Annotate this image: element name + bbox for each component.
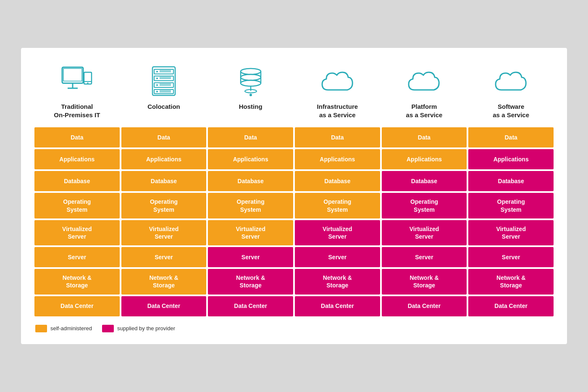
title-iaas: Infrastructureas a Service (317, 103, 358, 119)
header-colocation: Colocation (121, 61, 207, 126)
svg-point-30 (241, 80, 261, 86)
header-saas: Softwareas a Service (467, 61, 554, 126)
legend-color-self (35, 325, 47, 332)
cell-r1-c1: Applications (121, 149, 207, 169)
cell-r2-c0: Database (34, 171, 120, 191)
icon-colocation (149, 65, 178, 98)
cell-r7-c4: Data Center (382, 296, 467, 316)
svg-point-17 (156, 84, 158, 86)
icon-paas (406, 65, 442, 98)
icon-iaas (320, 65, 355, 98)
title-paas: Platformas a Service (406, 103, 443, 119)
cell-r3-c4: OperatingSystem (382, 193, 467, 218)
svg-point-27 (241, 74, 261, 80)
cell-r0-c4: Data (382, 127, 467, 147)
cell-r1-c5: Applications (468, 149, 554, 169)
header-iaas: Infrastructureas a Service (294, 61, 381, 126)
cell-r0-c3: Data (295, 127, 380, 147)
legend-label-self: self-administered (50, 325, 92, 331)
cell-r0-c5: Data (468, 127, 554, 147)
cell-r6-c5: Network &Storage (468, 269, 554, 294)
header-traditional: TraditionalOn-Premises IT (34, 61, 121, 126)
legend-self-administered: self-administered (35, 325, 92, 332)
title-hosting: Hosting (239, 103, 262, 111)
cell-r6-c1: Network &Storage (121, 269, 207, 294)
cell-r1-c3: Applications (295, 149, 380, 169)
cell-r1-c2: Applications (208, 149, 293, 169)
cell-r3-c5: OperatingSystem (468, 193, 554, 218)
cell-r4-c2: VirtualizedServer (208, 220, 293, 245)
svg-point-24 (241, 68, 261, 74)
cell-r5-c5: Server (468, 247, 554, 267)
cell-r0-c1: Data (121, 127, 207, 147)
cell-r2-c4: Database (382, 171, 467, 191)
cell-r5-c4: Server (382, 247, 467, 267)
comparison-grid: TraditionalOn-Premises IT Colocation (34, 61, 554, 317)
cell-r4-c5: VirtualizedServer (468, 220, 554, 245)
cell-r0-c2: Data (208, 127, 293, 147)
cell-r7-c5: Data Center (468, 296, 554, 316)
cell-r4-c4: VirtualizedServer (382, 220, 467, 245)
cell-r6-c2: Network &Storage (208, 269, 293, 294)
cell-r2-c5: Database (468, 171, 554, 191)
cell-r0-c0: Data (34, 127, 120, 147)
legend: self-administered supplied by the provid… (34, 325, 554, 332)
cell-r5-c3: Server (295, 247, 380, 267)
legend-label-supplied: supplied by the provider (117, 325, 175, 331)
cell-r3-c2: OperatingSystem (208, 193, 293, 218)
svg-point-9 (156, 71, 158, 72)
cell-r6-c3: Network &Storage (295, 269, 380, 294)
cell-r4-c3: VirtualizedServer (295, 220, 380, 245)
cell-r1-c4: Applications (382, 149, 467, 169)
icon-hosting (236, 65, 265, 98)
cell-r2-c3: Database (295, 171, 380, 191)
cell-r3-c3: OperatingSystem (295, 193, 380, 218)
main-container: TraditionalOn-Premises IT Colocation (21, 48, 567, 344)
cell-r6-c0: Network &Storage (34, 269, 120, 294)
cell-r1-c0: Applications (34, 149, 120, 169)
cell-r2-c1: Database (121, 171, 207, 191)
header-paas: Platformas a Service (381, 61, 468, 126)
cell-r7-c3: Data Center (295, 296, 380, 316)
icon-traditional (60, 65, 94, 98)
legend-supplied: supplied by the provider (102, 325, 175, 332)
title-saas: Softwareas a Service (493, 103, 529, 119)
cell-r7-c2: Data Center (208, 296, 293, 316)
cell-r7-c1: Data Center (121, 296, 207, 316)
svg-point-6 (87, 82, 89, 84)
svg-point-13 (156, 77, 158, 79)
cell-r4-c1: VirtualizedServer (121, 220, 207, 245)
cell-r7-c0: Data Center (34, 296, 120, 316)
svg-point-21 (156, 91, 158, 92)
cell-r6-c4: Network &Storage (382, 269, 467, 294)
legend-color-supplied (102, 325, 114, 332)
cell-r4-c0: VirtualizedServer (34, 220, 120, 245)
cell-r2-c2: Database (208, 171, 293, 191)
header-hosting: Hosting (207, 61, 294, 126)
title-traditional: TraditionalOn-Premises IT (54, 103, 100, 119)
cell-r5-c1: Server (121, 247, 207, 267)
cell-r5-c2: Server (208, 247, 293, 267)
cell-r3-c0: OperatingSystem (34, 193, 120, 218)
cell-r3-c1: OperatingSystem (121, 193, 207, 218)
icon-saas (493, 65, 529, 98)
svg-rect-1 (63, 68, 82, 81)
cell-r5-c0: Server (34, 247, 120, 267)
svg-rect-4 (84, 72, 92, 84)
svg-point-33 (249, 94, 252, 96)
title-colocation: Colocation (147, 103, 180, 111)
